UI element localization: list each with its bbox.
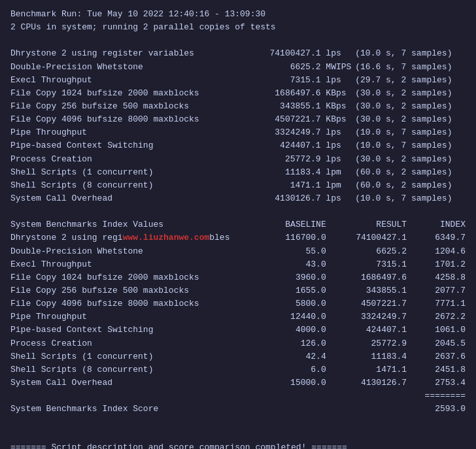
footer-line: ======= Script description and score com… — [10, 441, 466, 450]
eq-separator: ======== — [10, 390, 466, 403]
index-result-row: Execl Throughput43.07315.11701.2 — [10, 258, 466, 271]
index-bench-index: 7771.1 — [407, 297, 466, 310]
index-result-row: System Call Overhead15000.04130126.72753… — [10, 376, 466, 390]
index-bench-result: 11183.4 — [326, 350, 407, 363]
raw-bench-unit: lps — [321, 126, 356, 139]
index-bench-baseline: 126.0 — [260, 337, 326, 350]
raw-bench-info: (30.0 s, 2 samples) — [355, 113, 466, 126]
raw-bench-info: (10.0 s, 7 samples) — [355, 47, 466, 60]
index-result-row: Process Creation126.025772.92045.5 — [10, 337, 466, 350]
index-bench-result: 7315.1 — [326, 258, 407, 271]
index-bench-result: 343855.1 — [326, 284, 407, 297]
raw-bench-unit: lps — [321, 74, 356, 87]
index-bench-baseline: 12440.0 — [260, 310, 326, 324]
index-result-row: Pipe-based Context Switching4000.0424407… — [10, 324, 466, 337]
index-result-row: Dhrystone 2 using regiwww.liuzhanwe.comb… — [10, 231, 466, 244]
index-bench-result: 424407.1 — [326, 324, 407, 337]
score-row: System Benchmarks Index Score2593.0 — [10, 403, 466, 416]
raw-bench-info: (29.7 s, 2 samples) — [355, 74, 466, 87]
index-bench-index: 6349.7 — [407, 231, 466, 244]
raw-bench-value: 25772.9 — [245, 153, 321, 166]
index-header-col4: INDEX — [407, 218, 466, 231]
score-section: ========System Benchmarks Index Score259… — [10, 390, 466, 416]
raw-bench-unit: lps — [321, 139, 356, 152]
raw-bench-info: (10.0 s, 7 samples) — [355, 139, 466, 152]
raw-bench-unit: KBps — [321, 100, 356, 113]
raw-bench-value: 4130126.7 — [245, 192, 321, 205]
raw-bench-name: Shell Scripts (8 concurrent) — [10, 179, 245, 192]
index-bench-name: Process Creation — [10, 337, 260, 350]
index-bench-name: Shell Scripts (8 concurrent) — [10, 363, 260, 376]
raw-bench-info: (30.0 s, 2 samples) — [355, 100, 466, 113]
index-header-col2: BASELINE — [260, 218, 326, 231]
index-header-row: System Benchmarks Index ValuesBASELINERE… — [10, 218, 466, 231]
index-result-row: Pipe Throughput12440.03324249.72672.2 — [10, 310, 466, 324]
index-bench-index: 2451.8 — [407, 363, 466, 376]
raw-bench-value: 1686497.6 — [245, 87, 321, 100]
index-bench-baseline: 6.0 — [260, 363, 326, 376]
index-bench-baseline: 43.0 — [260, 258, 326, 271]
raw-result-row: File Copy 4096 bufsize 8000 maxblocks450… — [10, 113, 466, 126]
raw-result-row: File Copy 256 bufsize 500 maxblocks34385… — [10, 100, 466, 113]
index-bench-result: 1471.1 — [326, 363, 407, 376]
index-result-row: Shell Scripts (1 concurrent)42.411183.42… — [10, 350, 466, 363]
raw-result-row: Pipe-based Context Switching424407.1 lps… — [10, 139, 466, 152]
index-bench-result: 1686497.6 — [326, 271, 407, 284]
index-bench-index: 2077.7 — [407, 284, 466, 297]
raw-bench-name: Dhrystone 2 using register variables — [10, 47, 245, 60]
raw-bench-value: 343855.1 — [245, 100, 321, 113]
raw-bench-unit: lpm — [321, 166, 356, 179]
index-table: System Benchmarks Index ValuesBASELINERE… — [10, 218, 466, 390]
raw-result-row: Dhrystone 2 using register variables7410… — [10, 47, 466, 60]
raw-bench-value: 11183.4 — [245, 166, 321, 179]
raw-result-row: Pipe Throughput3324249.7 lps(10.0 s, 7 s… — [10, 126, 466, 139]
raw-bench-info: (60.0 s, 2 samples) — [355, 166, 466, 179]
index-bench-baseline: 3960.0 — [260, 271, 326, 284]
index-bench-baseline: 4000.0 — [260, 324, 326, 337]
index-result-row: File Copy 256 bufsize 500 maxblocks1655.… — [10, 284, 466, 297]
raw-bench-name: Shell Scripts (1 concurrent) — [10, 166, 245, 179]
watermark: www.liuzhanwe.com — [123, 233, 210, 242]
score-value: 2593.0 — [413, 403, 466, 416]
raw-bench-name: Execl Throughput — [10, 74, 245, 87]
index-result-row: Double-Precision Whetstone55.06625.21204… — [10, 245, 466, 258]
raw-bench-unit: lps — [321, 192, 356, 205]
index-bench-name: File Copy 256 bufsize 500 maxblocks — [10, 284, 260, 297]
raw-bench-value: 424407.1 — [245, 139, 321, 152]
index-bench-name: File Copy 4096 bufsize 8000 maxblocks — [10, 297, 260, 310]
index-bench-index: 2672.2 — [407, 310, 466, 324]
index-bench-baseline: 42.4 — [260, 350, 326, 363]
raw-bench-unit: lps — [321, 47, 356, 60]
index-bench-name: Execl Throughput — [10, 258, 260, 271]
index-bench-baseline: 5800.0 — [260, 297, 326, 310]
raw-bench-value: 1471.1 — [245, 179, 321, 192]
raw-bench-unit: lpm — [321, 179, 356, 192]
raw-bench-name: System Call Overhead — [10, 192, 245, 205]
raw-bench-info: (30.0 s, 2 samples) — [355, 87, 466, 100]
index-bench-name: System Call Overhead — [10, 376, 260, 390]
index-bench-result: 4507221.7 — [326, 297, 407, 310]
raw-bench-value: 7315.1 — [245, 74, 321, 87]
index-bench-result: 25772.9 — [326, 337, 407, 350]
raw-bench-info: (60.0 s, 2 samples) — [355, 179, 466, 192]
index-bench-result: 4130126.7 — [326, 376, 407, 390]
raw-bench-value: 3324249.7 — [245, 126, 321, 139]
raw-bench-unit: KBps — [321, 113, 356, 126]
raw-bench-name: Process Creation — [10, 153, 245, 166]
score-label: System Benchmarks Index Score — [10, 403, 413, 416]
raw-bench-value: 74100427.1 — [245, 47, 321, 60]
raw-results-table: Dhrystone 2 using register variables7410… — [10, 47, 466, 205]
index-result-row: File Copy 4096 bufsize 8000 maxblocks580… — [10, 297, 466, 310]
index-bench-index: 1701.2 — [407, 258, 466, 271]
index-bench-index: 2045.5 — [407, 337, 466, 350]
raw-result-row: Execl Throughput7315.1 lps(29.7 s, 2 sam… — [10, 74, 466, 87]
index-bench-baseline: 55.0 — [260, 245, 326, 258]
raw-bench-unit: MWIPS — [321, 61, 356, 74]
index-bench-index: 2637.6 — [407, 350, 466, 363]
index-bench-name: Dhrystone 2 using regiwww.liuzhanwe.comb… — [10, 231, 260, 244]
index-bench-index: 2753.4 — [407, 376, 466, 390]
raw-bench-name: Pipe-based Context Switching — [10, 139, 245, 152]
index-bench-index: 4258.8 — [407, 271, 466, 284]
raw-bench-info: (30.0 s, 2 samples) — [355, 153, 466, 166]
header-line1: Benchmark Run: Tue May 10 2022 12:40:16 … — [10, 8, 466, 21]
